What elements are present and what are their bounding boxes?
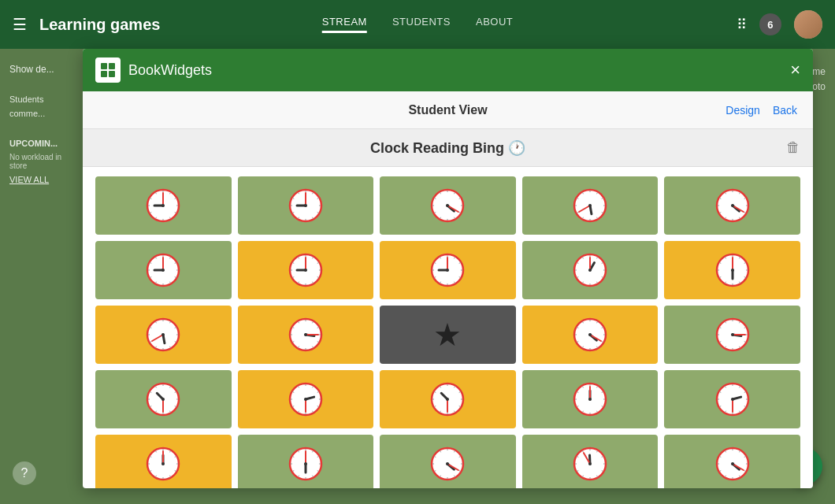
bingo-cell[interactable] xyxy=(95,370,232,428)
svg-point-207 xyxy=(304,333,307,336)
svg-point-190 xyxy=(161,333,165,336)
modal-header: BookWidgets × xyxy=(83,49,813,91)
svg-rect-3 xyxy=(109,71,115,77)
svg-point-377 xyxy=(446,462,449,465)
view-all-link[interactable]: VIEW ALL xyxy=(9,175,73,184)
bingo-cell[interactable] xyxy=(238,241,374,299)
avatar[interactable] xyxy=(794,10,822,39)
bingo-cell[interactable] xyxy=(380,435,516,488)
bingo-cell[interactable] xyxy=(380,241,516,299)
svg-point-54 xyxy=(446,204,449,207)
app-title: Learning games xyxy=(39,16,160,34)
bingo-cell[interactable] xyxy=(522,241,659,299)
upcoming-label: UPCOMIN... xyxy=(9,139,58,148)
svg-point-360 xyxy=(304,462,307,465)
bingo-cell[interactable] xyxy=(664,435,800,488)
svg-point-394 xyxy=(588,462,592,465)
svg-point-258 xyxy=(161,398,165,401)
top-bar: ☰ Learning games STREAM STUDENTS ABOUT ⠿… xyxy=(0,0,835,49)
bingo-cell[interactable] xyxy=(238,435,374,488)
svg-point-20 xyxy=(161,204,165,207)
svg-point-292 xyxy=(446,398,449,401)
svg-point-275 xyxy=(304,398,307,401)
bingo-cell[interactable] xyxy=(522,370,659,428)
widget-title: Clock Reading Bing 🕐 xyxy=(370,139,525,157)
svg-point-105 xyxy=(161,269,165,272)
bingo-grid: ★ xyxy=(83,167,813,488)
nav-links: STREAM STUDENTS ABOUT xyxy=(322,16,514,33)
show-desc-label: Show de... xyxy=(9,64,54,75)
svg-point-343 xyxy=(161,462,165,465)
subheader-actions: Design Back xyxy=(726,104,797,117)
bingo-cell[interactable] xyxy=(95,435,232,488)
bookwidgets-logo-icon xyxy=(95,57,121,83)
sidebar-upcoming: UPCOMIN... No workload in store VIEW ALL xyxy=(9,135,73,184)
modal-close-button[interactable]: × xyxy=(790,60,800,80)
svg-rect-0 xyxy=(101,63,107,69)
svg-point-88 xyxy=(731,204,734,207)
notification-badge[interactable]: 6 xyxy=(759,13,781,35)
nav-right: ⠿ 6 xyxy=(737,10,822,39)
svg-point-139 xyxy=(446,269,449,272)
svg-point-411 xyxy=(731,462,734,465)
modal-overlay: BookWidgets × Student View Design Back C… xyxy=(83,49,813,488)
svg-point-71 xyxy=(588,204,592,207)
svg-point-309 xyxy=(588,398,592,401)
svg-point-156 xyxy=(588,269,592,272)
help-icon[interactable]: ? xyxy=(13,461,36,485)
svg-point-37 xyxy=(304,204,307,207)
bingo-cell[interactable] xyxy=(664,241,800,299)
bingo-cell[interactable] xyxy=(380,176,516,235)
bingo-cell[interactable] xyxy=(95,306,232,364)
nav-about[interactable]: ABOUT xyxy=(476,16,513,33)
modal-brand-title: BookWidgets xyxy=(128,62,212,79)
bingo-cell[interactable] xyxy=(238,176,374,235)
menu-icon[interactable]: ☰ xyxy=(13,15,27,34)
svg-point-173 xyxy=(731,269,734,272)
bingo-cell[interactable] xyxy=(238,370,374,428)
svg-point-122 xyxy=(304,269,307,272)
nav-stream[interactable]: STREAM xyxy=(322,16,367,33)
svg-point-224 xyxy=(588,333,592,336)
nav-students[interactable]: STUDENTS xyxy=(392,16,451,33)
bingo-cell[interactable] xyxy=(664,370,800,428)
students-comment-label: Studentscomme... xyxy=(9,94,45,118)
star-icon: ★ xyxy=(433,317,462,353)
svg-point-326 xyxy=(731,398,734,401)
back-link[interactable]: Back xyxy=(773,104,797,117)
sidebar-students: Studentscomme... xyxy=(9,91,73,120)
bingo-cell[interactable] xyxy=(380,370,516,428)
widget-title-bar: Clock Reading Bing 🕐 🗑 xyxy=(83,129,813,167)
logo-svg xyxy=(99,61,117,79)
bingo-cell[interactable] xyxy=(95,241,232,299)
bingo-cell[interactable]: ★ xyxy=(380,306,516,364)
modal-subheader: Student View Design Back xyxy=(83,91,813,129)
left-sidebar: Show de... Studentscomme... UPCOMIN... N… xyxy=(0,49,83,504)
bingo-cell[interactable] xyxy=(664,176,800,235)
sidebar-show-desc: Show de... xyxy=(9,61,73,76)
bingo-cell[interactable] xyxy=(664,306,800,364)
grid-icon[interactable]: ⠿ xyxy=(737,16,747,33)
svg-rect-2 xyxy=(101,71,107,77)
student-view-title: Student View xyxy=(408,103,487,117)
no-workload: No workload in store xyxy=(9,153,73,170)
clock-emoji-icon: 🕐 xyxy=(508,140,525,156)
design-link[interactable]: Design xyxy=(726,104,760,117)
bingo-cell[interactable] xyxy=(238,306,374,364)
bingo-cell[interactable] xyxy=(522,435,659,488)
bingo-cell[interactable] xyxy=(95,176,232,235)
bingo-cell[interactable] xyxy=(522,176,659,235)
trash-icon[interactable]: 🗑 xyxy=(786,139,800,156)
bingo-cell[interactable] xyxy=(522,306,659,364)
svg-point-241 xyxy=(731,333,734,336)
svg-rect-1 xyxy=(109,63,115,69)
